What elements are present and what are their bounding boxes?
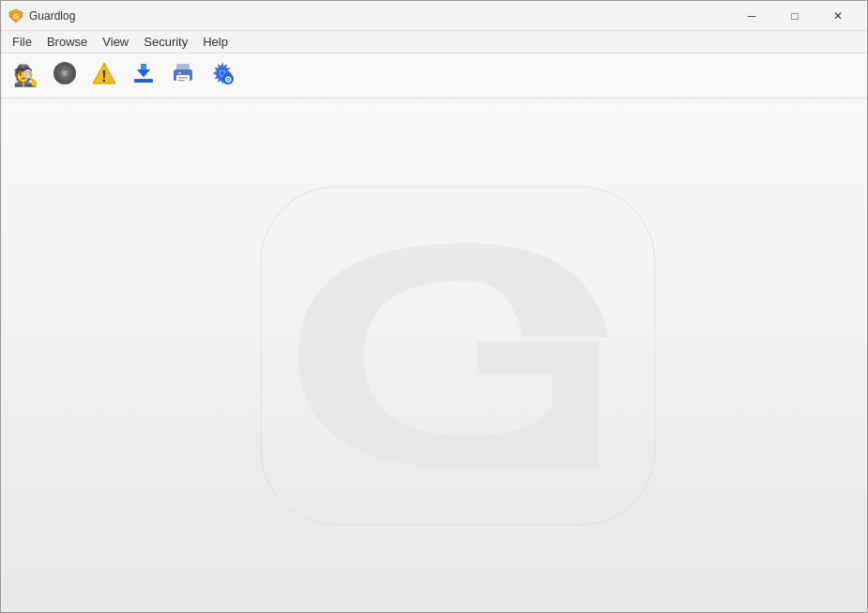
download-button[interactable] xyxy=(127,59,160,93)
svg-text:!: ! xyxy=(101,69,106,84)
main-content xyxy=(1,99,867,612)
svg-text:G: G xyxy=(13,12,19,21)
maximize-button[interactable]: □ xyxy=(773,1,816,31)
svg-marker-12 xyxy=(137,69,150,77)
svg-point-6 xyxy=(63,71,67,75)
menu-browse[interactable]: Browse xyxy=(39,33,95,51)
svg-rect-17 xyxy=(178,77,188,79)
guardlog-icon: G xyxy=(8,8,23,23)
disc-button[interactable] xyxy=(48,59,82,93)
toolbar: 🕵️ ! xyxy=(1,54,867,99)
minimize-button[interactable]: ─ xyxy=(730,1,773,31)
watermark-g-svg xyxy=(233,168,683,544)
configure-button[interactable]: ⚙ xyxy=(206,59,239,93)
title-bar-controls: ─ □ ✕ xyxy=(730,1,860,31)
app-icon: G xyxy=(8,8,23,23)
menu-file[interactable]: File xyxy=(5,33,39,51)
detective-button[interactable]: 🕵️ xyxy=(8,59,42,93)
app-title: Guardlog xyxy=(29,9,75,23)
main-window: G Guardlog ─ □ ✕ File Browse View Securi… xyxy=(0,0,868,613)
watermark xyxy=(223,159,693,553)
menu-help[interactable]: Help xyxy=(195,33,236,51)
warning-button[interactable]: ! xyxy=(87,59,121,93)
menu-bar: File Browse View Security Help xyxy=(1,31,867,54)
svg-rect-18 xyxy=(178,80,185,82)
menu-security[interactable]: Security xyxy=(136,33,195,51)
svg-text:⚙: ⚙ xyxy=(224,75,232,84)
title-bar-left: G Guardlog xyxy=(8,8,75,23)
detective-icon: 🕵️ xyxy=(13,64,38,88)
disc-icon xyxy=(53,61,77,91)
download-icon xyxy=(130,60,157,92)
print-button[interactable] xyxy=(166,59,200,93)
title-bar: G Guardlog ─ □ ✕ xyxy=(1,1,867,31)
configure-icon: ⚙ xyxy=(209,60,236,92)
svg-rect-16 xyxy=(178,72,181,74)
menu-view[interactable]: View xyxy=(95,33,136,51)
svg-rect-9 xyxy=(134,79,153,83)
close-button[interactable]: ✕ xyxy=(816,1,860,31)
svg-rect-15 xyxy=(176,75,190,83)
warning-icon: ! xyxy=(91,61,117,91)
print-icon xyxy=(170,60,196,92)
